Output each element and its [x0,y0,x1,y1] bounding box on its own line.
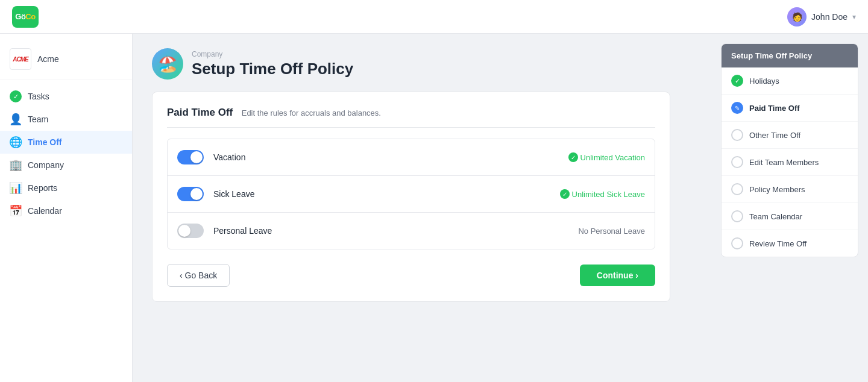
sidebar-item-tasks[interactable]: ✓ Tasks [0,85,132,108]
section-title: Paid Time Off [167,107,233,118]
company-icon: 🏢 [10,159,22,171]
policy-status-sick-leave: ✓ Unlimited Sick Leave [560,189,645,199]
policy-status-personal-leave: No Personal Leave [578,227,645,236]
company-name: Acme [37,54,59,64]
right-panel: Setup Time Off Policy ✓ Holidays ✎ Paid … [711,34,868,382]
logo-go: Gö [15,12,25,21]
avatar: 🧑 [787,7,807,27]
step-label-edit-team-members: Edit Team Members [749,158,819,167]
step-policy-members[interactable]: Policy Members [722,176,858,203]
go-back-button[interactable]: ‹ Go Back [167,264,230,287]
check-icon: ✓ [735,77,740,85]
sidebar-item-timeoff[interactable]: 🌐 Time Off [0,131,132,154]
continue-button[interactable]: Continue › [580,265,655,286]
policy-name-sick-leave: Sick Leave [213,189,550,199]
sidebar-label-calendar: Calendar [28,206,62,216]
step-label-policy-members: Policy Members [749,185,805,194]
tasks-icon: ✓ [10,90,22,102]
step-team-calendar[interactable]: Team Calendar [722,203,858,230]
section-subtitle: Edit the rules for accruals and balances… [242,108,381,117]
breadcrumb: Company [192,50,353,58]
sidebar-item-team[interactable]: 👤 Team [0,108,132,131]
step-label-holidays: Holidays [749,77,779,86]
step-paid-time-off[interactable]: ✎ Paid Time Off [722,95,858,122]
logo-co: Co [25,12,35,21]
step-icon-paid-time-off: ✎ [731,102,743,114]
step-label-review-time-off: Review Time Off [749,239,807,248]
policy-name-personal-leave: Personal Leave [213,226,568,236]
sidebar-item-calendar[interactable]: 📅 Calendar [0,199,132,222]
chevron-down-icon: ▾ [852,13,856,21]
toggle-personal-leave[interactable] [177,224,204,238]
check-circle-sick-leave: ✓ [560,189,570,199]
page-icon: 🏖️ [152,48,183,80]
sidebar-label-company: Company [28,160,64,170]
policy-status-label-personal-leave: No Personal Leave [578,227,645,236]
step-icon-policy-members [731,183,743,195]
sidebar-label-timeoff: Time Off [28,137,62,147]
wizard-steps-card: Setup Time Off Policy ✓ Holidays ✎ Paid … [721,43,858,257]
policy-status-label-vacation: Unlimited Vacation [580,153,645,162]
wizard-card: Paid Time Off Edit the rules for accrual… [152,92,670,302]
step-icon-edit-team-members [731,156,743,168]
company-logo: ACME [10,48,31,70]
user-menu[interactable]: 🧑 John Doe ▾ [787,7,856,27]
topnav: GöCo 🧑 John Doe ▾ [0,0,868,34]
team-icon: 👤 [10,113,22,125]
page-title: Setup Time Off Policy [192,60,353,78]
check-circle-vacation: ✓ [568,152,578,162]
steps-header: Setup Time Off Policy [722,44,858,67]
sidebar-label-team: Team [28,114,48,124]
step-review-time-off[interactable]: Review Time Off [722,230,858,257]
step-label-other-time-off: Other Time Off [749,131,800,140]
timeoff-icon: 🌐 [10,136,22,148]
policy-row-vacation: Vacation ✓ Unlimited Vacation [168,139,655,176]
pencil-icon: ✎ [735,105,740,111]
main-content: 🏖️ Company Setup Time Off Policy Paid Ti… [133,34,711,382]
sidebar: ACME Acme ✓ Tasks 👤 Team 🌐 Time Off 🏢 Co… [0,34,133,382]
page-header: 🏖️ Company Setup Time Off Policy [152,48,692,80]
policy-name-vacation: Vacation [213,152,559,162]
toggle-sick-leave[interactable] [177,187,204,201]
sidebar-label-tasks: Tasks [28,92,49,101]
step-label-paid-time-off: Paid Time Off [749,104,800,113]
company-row[interactable]: ACME Acme [0,43,132,80]
step-icon-review-time-off [731,237,743,249]
policy-status-label-sick-leave: Unlimited Sick Leave [572,190,645,199]
header-text: Company Setup Time Off Policy [192,50,353,78]
toggle-vacation[interactable] [177,150,204,164]
step-label-team-calendar: Team Calendar [749,212,802,221]
reports-icon: 📊 [10,182,22,194]
sidebar-item-company[interactable]: 🏢 Company [0,154,132,177]
logo-box: GöCo [12,6,39,28]
step-holidays[interactable]: ✓ Holidays [722,67,858,95]
step-other-time-off[interactable]: Other Time Off [722,122,858,149]
policy-table: Vacation ✓ Unlimited Vacation Sick Leave [167,139,655,249]
step-icon-team-calendar [731,210,743,222]
policy-status-vacation: ✓ Unlimited Vacation [568,152,645,162]
step-icon-holidays: ✓ [731,75,743,87]
calendar-icon: 📅 [10,205,22,217]
sidebar-label-reports: Reports [28,183,57,193]
section-header: Paid Time Off Edit the rules for accrual… [167,107,655,128]
logo[interactable]: GöCo [12,6,39,28]
sidebar-item-reports[interactable]: 📊 Reports [0,177,132,199]
policy-row-personal-leave: Personal Leave No Personal Leave [168,213,655,249]
button-row: ‹ Go Back Continue › [167,264,655,287]
policy-row-sick-leave: Sick Leave ✓ Unlimited Sick Leave [168,176,655,213]
user-name: John Doe [811,12,848,22]
step-edit-team-members[interactable]: Edit Team Members [722,149,858,176]
step-icon-other-time-off [731,129,743,141]
